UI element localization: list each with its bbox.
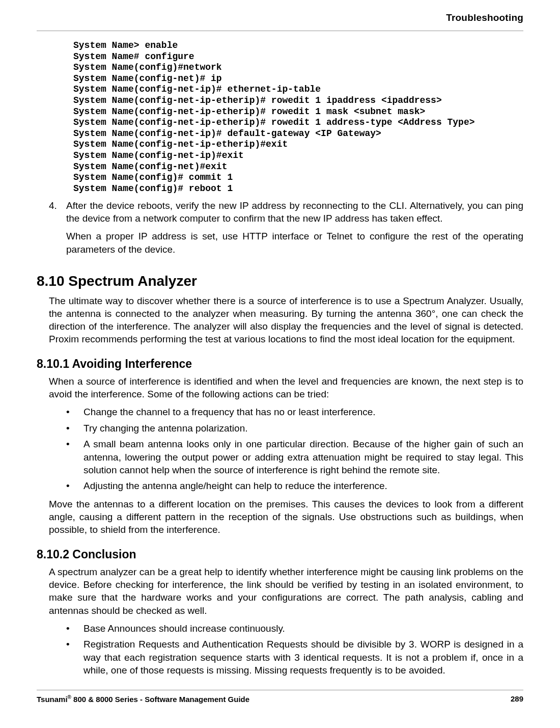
step-4-p1: After the device reboots, verify the new…	[66, 199, 523, 225]
list-item: A small beam antenna looks only in one p…	[66, 438, 523, 476]
step-4-body: After the device reboots, verify the new…	[66, 199, 523, 260]
sec-8-10-1-p2: Move the antennas to a different locatio…	[49, 498, 523, 536]
list-item: Try changing the antenna polarization.	[66, 422, 523, 435]
cli-code-block: System Name> enable System Name# configu…	[73, 40, 523, 194]
sec-8-10-2-bullets: Base Announces should increase continuou…	[66, 622, 523, 677]
step-4-marker: 4.	[49, 199, 66, 260]
heading-8-10-2: 8.10.2 Conclusion	[37, 548, 523, 561]
sec-8-10-p1: The ultimate way to discover whether the…	[49, 294, 523, 346]
heading-8-10-1: 8.10.1 Avoiding Interference	[37, 357, 523, 371]
footer: Tsunami® 800 & 8000 Series - Software Ma…	[37, 690, 523, 704]
page: Troubleshooting System Name> enable Syst…	[0, 0, 560, 728]
list-item: Adjusting the antenna angle/height can h…	[66, 479, 523, 492]
list-item: Base Announces should increase continuou…	[66, 622, 523, 635]
step-4: 4. After the device reboots, verify the …	[49, 199, 523, 260]
footer-page-number: 289	[511, 694, 523, 704]
list-item: Registration Requests and Authentication…	[66, 638, 523, 677]
sec-8-10-2-p1: A spectrum analyzer can be a great help …	[49, 565, 523, 617]
heading-8-10: 8.10 Spectrum Analyzer	[37, 273, 523, 289]
list-item: Change the channel to a frequency that h…	[66, 406, 523, 418]
step-4-p2: When a proper IP address is set, use HTT…	[66, 230, 523, 255]
top-rule	[37, 31, 523, 31]
sec-8-10-1-bullets: Change the channel to a frequency that h…	[66, 406, 523, 493]
sec-8-10-1-p1: When a source of interference is identif…	[49, 375, 523, 401]
running-head: Troubleshooting	[37, 12, 523, 23]
footer-rule	[37, 690, 523, 690]
footer-left: Tsunami® 800 & 8000 Series - Software Ma…	[37, 694, 249, 704]
